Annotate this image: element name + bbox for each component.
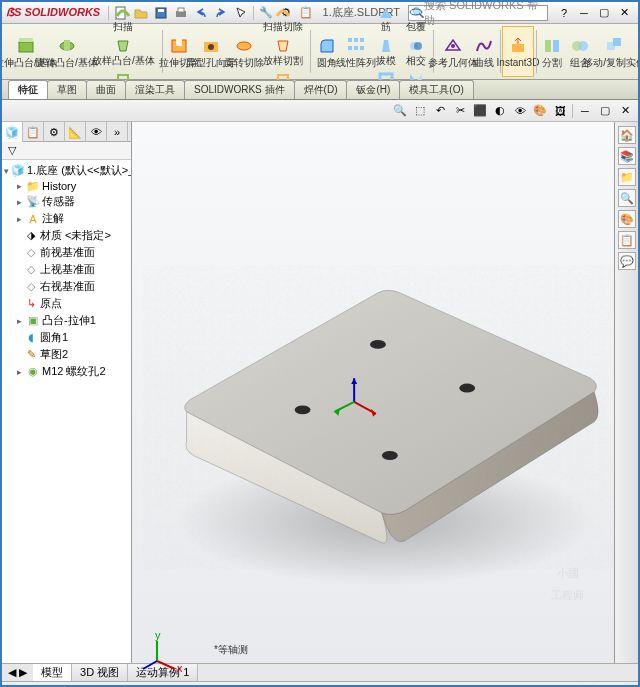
tree-root[interactable]: ▾🧊1.底座 (默认<<默认>_显示 xyxy=(4,162,129,179)
tree-item[interactable]: ◇右视基准面 xyxy=(4,278,129,295)
sweep-button[interactable]: 扫描 xyxy=(87,1,160,35)
rib-button[interactable]: 筋 xyxy=(371,1,401,35)
task-pane: 🏠 📚 📁 🔍 🎨 📋 💬 xyxy=(614,122,638,663)
loft-cut-button[interactable]: 放样切割 xyxy=(258,35,308,69)
btab-3dview[interactable]: 3D 视图 xyxy=(72,664,128,681)
minimize-icon[interactable]: ─ xyxy=(575,5,593,21)
svg-rect-16 xyxy=(348,38,352,42)
config-tab-icon[interactable]: ⚙ xyxy=(44,122,65,142)
instant3d-button[interactable]: Instant3D xyxy=(502,26,533,77)
ref-geometry-button[interactable]: 参考几何体 xyxy=(435,26,470,77)
svg-rect-29 xyxy=(553,40,559,52)
taskpane-library-icon[interactable]: 📚 xyxy=(618,147,636,165)
svg-point-35 xyxy=(370,340,386,349)
svg-point-31 xyxy=(578,41,588,51)
tree-item[interactable]: ▸A注解 xyxy=(4,210,129,227)
command-tabs: 特征 草图 曲面 渲染工具 SOLIDWORKS 插件 焊件(D) 钣金(H) … xyxy=(2,80,638,100)
feature-manager-panel: 🧊 📋 ⚙ 📐 👁 » ▽ ▾🧊1.底座 (默认<<默认>_显示 ▸📁Histo… xyxy=(2,122,132,663)
btab-model[interactable]: 模型 xyxy=(33,664,72,681)
revolve-cut-button[interactable]: 旋转切除 xyxy=(229,26,259,77)
3d-viewport[interactable]: x y z *等轴测 小國 工程师 xyxy=(132,122,614,663)
linear-pattern-button[interactable]: 线性阵列 xyxy=(341,26,371,77)
tab-addins[interactable]: SOLIDWORKS 插件 xyxy=(184,80,295,99)
filter-icon[interactable]: ▽ xyxy=(5,144,19,158)
svg-text:y: y xyxy=(155,633,161,641)
svg-rect-8 xyxy=(64,40,70,50)
view-label: *等轴测 xyxy=(214,643,248,657)
hide-show-icon[interactable]: 👁 xyxy=(511,103,529,119)
sweep-cut-button[interactable]: 扫描切除 xyxy=(258,1,308,35)
dimxpert-tab-icon[interactable]: 📐 xyxy=(65,122,86,142)
feature-tree-tab-icon[interactable]: 🧊 xyxy=(2,122,23,142)
svg-point-14 xyxy=(237,42,251,50)
window-max-icon[interactable]: ▢ xyxy=(596,103,614,119)
wrap-button[interactable]: 包覆 xyxy=(401,1,431,35)
extrude-cut-button[interactable]: 拉伸切除 xyxy=(164,26,194,77)
tab-features[interactable]: 特征 xyxy=(8,80,48,99)
select-icon[interactable] xyxy=(232,5,250,21)
apply-scene-icon[interactable]: 🖼 xyxy=(551,103,569,119)
tree-item[interactable]: ⬗材质 <未指定> xyxy=(4,227,129,244)
display-style-icon[interactable]: ◐ xyxy=(491,103,509,119)
redo-icon[interactable] xyxy=(212,5,230,21)
tree-item[interactable]: ▸▣凸台-拉伸1 xyxy=(4,312,129,329)
zoom-fit-icon[interactable]: 🔍 xyxy=(391,103,409,119)
svg-rect-33 xyxy=(613,38,621,46)
tree-item[interactable]: ◇前视基准面 xyxy=(4,244,129,261)
prev-view-icon[interactable]: ↶ xyxy=(431,103,449,119)
tree-item[interactable]: ◖圆角1 xyxy=(4,329,129,346)
svg-rect-18 xyxy=(360,38,364,42)
hole-wizard-button[interactable]: 异型孔向导 xyxy=(194,26,229,77)
extrude-boss-button[interactable]: 拉伸凸台/基体 xyxy=(5,26,46,77)
svg-rect-5 xyxy=(19,42,33,52)
move-copy-button[interactable]: 移动/复制实体 xyxy=(594,26,635,77)
tree-item[interactable]: ◇上视基准面 xyxy=(4,261,129,278)
maximize-icon[interactable]: ▢ xyxy=(595,5,613,21)
taskpane-forum-icon[interactable]: 💬 xyxy=(618,252,636,270)
window-close-icon[interactable]: ✕ xyxy=(616,103,634,119)
status-bar: SOLIDWORKS Premium 2015 x64 版 自定义 ▾ ? ⬚ xyxy=(2,681,638,687)
close-icon[interactable]: ✕ xyxy=(615,5,633,21)
taskpane-view-icon[interactable]: 🔍 xyxy=(618,189,636,207)
view-orientation-icon[interactable]: ⬛ xyxy=(471,103,489,119)
combine-button[interactable]: 组合 xyxy=(566,26,594,77)
zoom-area-icon[interactable]: ⬚ xyxy=(411,103,429,119)
svg-rect-17 xyxy=(354,38,358,42)
curves-button[interactable]: 曲线 xyxy=(470,26,498,77)
display-tab-icon[interactable]: 👁 xyxy=(86,122,107,142)
svg-line-45 xyxy=(157,661,175,669)
edit-appearance-icon[interactable]: 🎨 xyxy=(531,103,549,119)
tab-render[interactable]: 渲染工具 xyxy=(125,80,185,99)
window-min-icon[interactable]: ─ xyxy=(576,103,594,119)
taskpane-properties-icon[interactable]: 📋 xyxy=(618,231,636,249)
tab-sketch[interactable]: 草图 xyxy=(47,80,87,99)
property-tab-icon[interactable]: 📋 xyxy=(23,122,44,142)
taskpane-appearance-icon[interactable]: 🎨 xyxy=(618,210,636,228)
tree-item[interactable]: ↳原点 xyxy=(4,295,129,312)
tree-item[interactable]: ▸📡传感器 xyxy=(4,193,129,210)
intersect-button[interactable]: 相交 xyxy=(401,35,431,69)
status-custom[interactable]: 自定义 xyxy=(567,683,600,687)
loft-button[interactable]: 放样凸台/基体 xyxy=(87,35,160,69)
undo-icon[interactable] xyxy=(192,5,210,21)
tree-item[interactable]: ▸📁History xyxy=(4,179,129,193)
svg-point-26 xyxy=(451,44,455,48)
tab-sheetmetal[interactable]: 钣金(H) xyxy=(346,80,400,99)
tree-item[interactable]: ▸◉M12 螺纹孔2 xyxy=(4,363,129,380)
draft-button[interactable]: 拔模 xyxy=(371,35,401,69)
taskpane-explorer-icon[interactable]: 📁 xyxy=(618,168,636,186)
fillet-button[interactable]: 圆角 xyxy=(313,26,341,77)
tree-item[interactable]: ✎草图2 xyxy=(4,346,129,363)
more-tab-icon[interactable]: » xyxy=(107,122,128,142)
svg-rect-6 xyxy=(19,38,33,42)
section-view-icon[interactable]: ✂ xyxy=(451,103,469,119)
split-button[interactable]: 分割 xyxy=(538,26,566,77)
tab-weldments[interactable]: 焊件(D) xyxy=(294,80,348,99)
print-icon[interactable] xyxy=(172,5,190,21)
help-icon[interactable]: ? xyxy=(555,5,573,21)
tab-mold[interactable]: 模具工具(O) xyxy=(399,80,473,99)
taskpane-resources-icon[interactable]: 🏠 xyxy=(618,126,636,144)
revolve-boss-button[interactable]: 旋转凸台/基体 xyxy=(46,26,87,77)
tab-surface[interactable]: 曲面 xyxy=(86,80,126,99)
main-area: 🧊 📋 ⚙ 📐 👁 » ▽ ▾🧊1.底座 (默认<<默认>_显示 ▸📁Histo… xyxy=(2,122,638,663)
